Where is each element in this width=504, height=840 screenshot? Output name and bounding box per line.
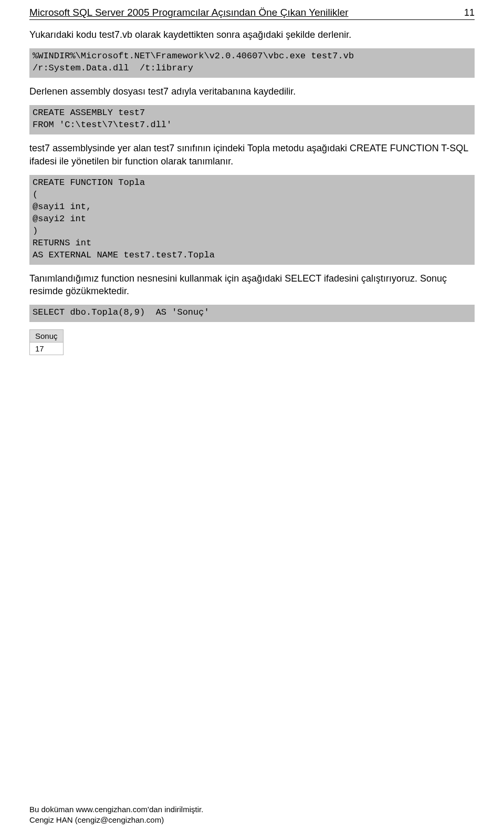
footer: Bu doküman www.cengizhan.com'dan indiril…: [29, 804, 203, 826]
code-block-create-function: CREATE FUNCTION Topla ( @sayi1 int, @say…: [29, 175, 475, 265]
result-header: Sonuç: [30, 330, 64, 343]
code-block-compile: %WINDIR%\Microsoft.NET\Framework\v2.0.40…: [29, 48, 475, 78]
paragraph-2: Derlenen assembly dosyası test7 adıyla v…: [29, 85, 475, 98]
code-block-select: SELECT dbo.Topla(8,9) AS 'Sonuç': [29, 305, 475, 322]
page-title: Microsoft SQL Server 2005 Programcılar A…: [29, 7, 458, 18]
page-number: 11: [464, 4, 475, 18]
footer-line-1: Bu doküman www.cengizhan.com'dan indiril…: [29, 804, 203, 815]
header: Microsoft SQL Server 2005 Programcılar A…: [29, 4, 475, 20]
result-value: 17: [30, 343, 64, 355]
paragraph-3: test7 assemblysinde yer alan test7 sınıf…: [29, 142, 475, 168]
code-block-create-assembly: CREATE ASSEMBLY test7 FROM 'C:\test\7\te…: [29, 105, 475, 134]
page: Microsoft SQL Server 2005 Programcılar A…: [0, 0, 504, 840]
result-table: Sonuç 17: [29, 329, 64, 355]
table-row: Sonuç: [30, 330, 64, 343]
paragraph-1: Yukarıdaki kodu test7.vb olarak kaydetti…: [29, 28, 475, 41]
paragraph-4: Tanımlandığımız function nesnesini kulla…: [29, 272, 475, 298]
footer-line-2: Cengiz HAN (cengiz@cengizhan.com): [29, 815, 203, 825]
table-row: 17: [30, 343, 64, 355]
